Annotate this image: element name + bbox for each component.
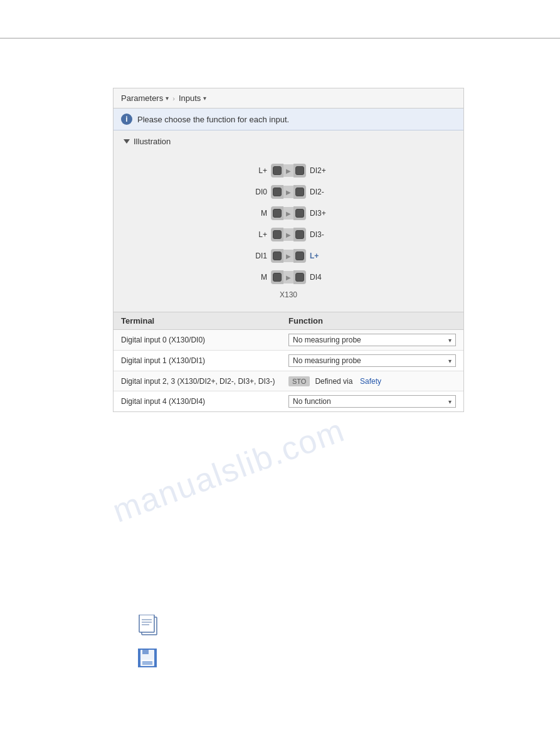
- pin: [273, 230, 282, 239]
- defined-via-text: Defined via: [315, 377, 352, 386]
- right-label-4: DI3-: [306, 230, 334, 239]
- breadcrumb: Parameters ▾ › Inputs ▾: [114, 88, 463, 109]
- dropdown-arrow-1: ▾: [448, 337, 452, 344]
- function-value-2: No measuring probe: [293, 356, 361, 365]
- connector-wrapper: L+ DI2+ DI0: [243, 160, 334, 299]
- function-cell-2: No measuring probe ▾: [288, 354, 456, 367]
- pin: [295, 166, 304, 175]
- function-select-4[interactable]: No function ▾: [288, 395, 456, 408]
- watermark: manualslib.com: [107, 411, 349, 530]
- left-label-1: L+: [243, 166, 271, 175]
- table-row-4: Digital input 4 (X130/DI4) No function ▾: [114, 391, 463, 411]
- right-pin-block-2: [293, 185, 306, 199]
- breadcrumb-parameters-label: Parameters: [121, 93, 163, 103]
- right-pin-block-3: [293, 206, 306, 220]
- sto-badge: STO: [288, 376, 310, 386]
- parameters-dropdown-icon: ▾: [166, 95, 169, 102]
- right-label-5: L+: [306, 252, 334, 260]
- pin: [273, 188, 282, 196]
- connector-diagram: L+ DI2+ DI0: [124, 154, 453, 305]
- copy-icon[interactable]: [138, 615, 163, 636]
- info-bar: i Please choose the function for each in…: [114, 109, 463, 130]
- left-pin-block-3: [271, 206, 283, 220]
- header-terminal: Terminal: [121, 316, 288, 326]
- connector-arrow-2: [283, 186, 293, 198]
- inputs-dropdown-icon: ▾: [203, 95, 206, 102]
- pin: [295, 252, 304, 260]
- x130-label: X130: [280, 290, 297, 299]
- right-pin-block-5: [293, 249, 306, 263]
- pin: [295, 273, 304, 282]
- left-label-4: L+: [243, 230, 271, 239]
- connector-row-2: DI0 DI2-: [243, 181, 334, 203]
- breadcrumb-inputs[interactable]: Inputs ▾: [179, 93, 206, 103]
- connector-rows: L+ DI2+ DI0: [243, 160, 334, 288]
- left-pin-block-4: [271, 228, 283, 241]
- save-icon[interactable]: [138, 649, 157, 667]
- left-pin-block-2: [271, 185, 283, 199]
- info-icon: i: [121, 114, 132, 125]
- function-value-4: No function: [293, 397, 331, 406]
- table-row-3: Digital input 2, 3 (X130/DI2+, DI2-, DI3…: [114, 371, 463, 391]
- top-divider: [0, 38, 560, 39]
- function-cell-3: STO Defined via Safety: [288, 376, 456, 386]
- left-label-6: M: [243, 273, 271, 282]
- pin: [273, 273, 282, 282]
- right-pin-block-1: [293, 164, 306, 177]
- terminal-label-4: Digital input 4 (X130/DI4): [121, 397, 288, 406]
- connector-row-1: L+ DI2+: [243, 160, 334, 181]
- bottom-icons: [138, 615, 163, 667]
- terminal-label-3: Digital input 2, 3 (X130/DI2+, DI2-, DI3…: [121, 377, 288, 386]
- right-pin-block-6: [293, 270, 306, 284]
- breadcrumb-separator: ›: [172, 95, 175, 102]
- right-pin-block-4: [293, 228, 306, 241]
- illustration-header[interactable]: Illustration: [124, 137, 453, 146]
- info-message: Please choose the function for each inpu…: [137, 115, 289, 124]
- function-select-1[interactable]: No measuring probe ▾: [288, 334, 456, 346]
- svg-rect-7: [142, 650, 149, 654]
- svg-rect-9: [142, 661, 152, 665]
- connector-arrow-6: [283, 271, 293, 283]
- left-label-2: DI0: [243, 188, 271, 196]
- right-label-2: DI2-: [306, 188, 334, 196]
- left-pin-block-1: [271, 164, 283, 177]
- pin: [295, 188, 304, 196]
- right-label-3: DI3+: [306, 209, 334, 218]
- terminal-label-1: Digital input 0 (X130/DI0): [121, 336, 288, 344]
- svg-rect-1: [139, 615, 154, 632]
- left-label-3: M: [243, 209, 271, 218]
- right-label-6: DI4: [306, 273, 334, 282]
- pin: [273, 166, 282, 175]
- connector-arrow-1: [283, 164, 293, 177]
- left-pin-block-6: [271, 270, 283, 284]
- function-cell-1: No measuring probe ▾: [288, 334, 456, 346]
- breadcrumb-inputs-label: Inputs: [179, 93, 201, 103]
- table-header: Terminal Function: [114, 312, 463, 330]
- pin: [273, 209, 282, 218]
- breadcrumb-parameters[interactable]: Parameters ▾: [121, 93, 169, 103]
- function-select-2[interactable]: No measuring probe ▾: [288, 354, 456, 367]
- left-pin-block-5: [271, 249, 283, 263]
- connector-arrow-4: [283, 228, 293, 241]
- connector-row-5: DI1 L+: [243, 245, 334, 267]
- connector-row-6: M DI4: [243, 267, 334, 288]
- header-function: Function: [288, 316, 456, 326]
- safety-link[interactable]: Safety: [360, 377, 381, 386]
- collapse-icon: [124, 139, 130, 144]
- pin: [273, 252, 282, 260]
- main-panel: Parameters ▾ › Inputs ▾ i Please choose …: [113, 88, 464, 412]
- table-row-2: Digital input 1 (X130/DI1) No measuring …: [114, 351, 463, 371]
- terminal-label-2: Digital input 1 (X130/DI1): [121, 356, 288, 365]
- function-value-1: No measuring probe: [293, 336, 361, 344]
- connector-arrow-3: [283, 207, 293, 220]
- table-row-1: Digital input 0 (X130/DI0) No measuring …: [114, 330, 463, 351]
- pin: [295, 230, 304, 239]
- dropdown-arrow-2: ▾: [448, 358, 452, 364]
- left-label-5: DI1: [243, 252, 271, 260]
- right-label-1: DI2+: [306, 166, 334, 175]
- dropdown-arrow-4: ▾: [448, 398, 452, 405]
- function-cell-4: No function ▾: [288, 395, 456, 408]
- illustration-label: Illustration: [134, 137, 171, 146]
- connector-row-4: L+ DI3-: [243, 224, 334, 245]
- illustration-section: Illustration L+ DI2+: [114, 130, 463, 312]
